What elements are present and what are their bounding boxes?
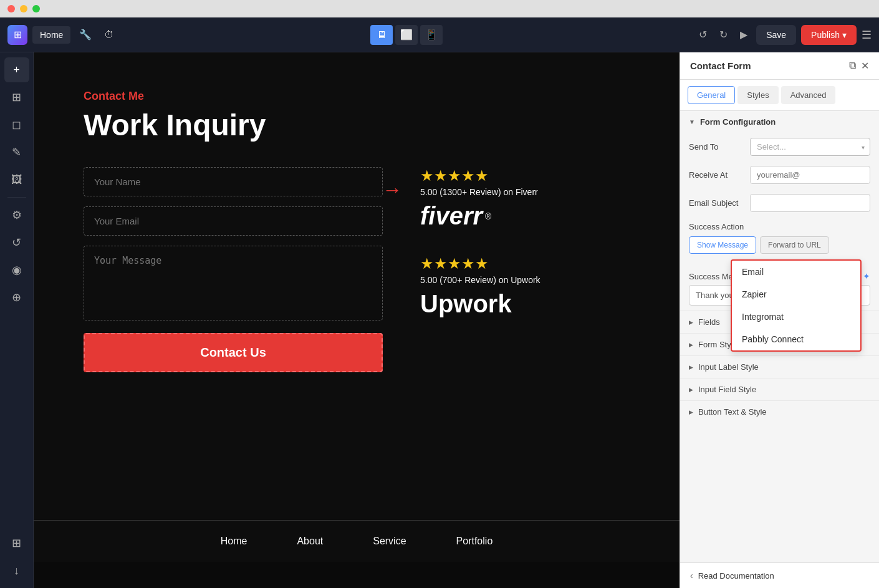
tablet-view-btn[interactable]: ⬜ [395, 25, 418, 45]
users-icon: ◉ [12, 263, 22, 277]
publish-chevron: ▾ [842, 30, 847, 40]
close-btn[interactable] [7, 5, 15, 12]
input-label-style-label: Input Label Style [698, 362, 759, 372]
action-buttons: Show Message Forward to URL [689, 236, 870, 254]
form-config-section[interactable]: ▼ Form Configuration [680, 111, 879, 133]
sidebar-item-image[interactable]: 🖼 [4, 167, 29, 192]
contact-form: Contact Us [84, 167, 383, 372]
footer-link-portfolio[interactable]: Portfolio [456, 536, 493, 547]
input-field-style-section[interactable]: ▶ Input Field Style [680, 378, 879, 400]
sidebar-item-edit[interactable]: ✎ [4, 140, 29, 165]
panel-body: ▼ Form Configuration Send To Select... ▾… [680, 111, 879, 562]
redo-btn[interactable]: ↻ [716, 25, 731, 44]
grid-icon: ⊞ [12, 536, 21, 550]
dropdown-option-zapier[interactable]: Zapier [732, 283, 860, 306]
send-to-label: Send To [689, 142, 745, 152]
mobile-view-btn[interactable]: 📱 [420, 25, 443, 45]
page-section: → Contact Me Work Inquiry Contact Us ★★ [34, 52, 680, 520]
app-logo: ⊞ [7, 25, 27, 45]
read-documentation-link[interactable]: Read Documentation [698, 571, 774, 581]
sidebar-item-add[interactable]: + [4, 57, 29, 82]
contact-us-button[interactable]: Contact Us [84, 333, 383, 372]
tab-styles[interactable]: Styles [737, 86, 778, 104]
tab-advanced[interactable]: Advanced [781, 86, 836, 104]
main-toolbar: ⊞ Home 🔧 ⏱ 🖥 ⬜ 📱 ↺ ↻ ▶ Save Publish ▾ ☰ [0, 17, 879, 52]
footer-link-about[interactable]: About [297, 536, 323, 547]
panel-footer[interactable]: ‹ Read Documentation [680, 562, 879, 588]
footer-link-service[interactable]: Service [373, 536, 406, 547]
reviews-column: ★★★★★ 5.00 (1300+ Review) on Fiverr five… [420, 167, 540, 372]
email-subject-input[interactable] [750, 194, 870, 212]
fields-label: Fields [698, 317, 720, 327]
send-to-select[interactable]: Select... ▾ [750, 138, 870, 156]
sidebar-item-more[interactable]: ⊕ [4, 285, 29, 310]
dropdown-option-pabbly[interactable]: Pabbly Connect [732, 328, 860, 350]
logo-grid-icon: ⊞ [14, 29, 22, 41]
publish-button[interactable]: Publish ▾ [801, 25, 857, 45]
sidebar-item-widgets[interactable]: ⊞ [4, 85, 29, 110]
form-config-label: Form Configuration [700, 117, 776, 127]
footer-nav: Home About Service Portfolio [34, 520, 680, 562]
main-layout: + ⊞ ◻ ✎ 🖼 ⚙ ↺ ◉ ⊕ ⊞ ↓ [0, 52, 879, 588]
button-text-style-label: Button Text & Style [698, 407, 767, 417]
edit-icon: ✎ [12, 145, 21, 159]
message-input[interactable] [84, 246, 383, 321]
publish-label: Publish [811, 30, 840, 40]
tab-general[interactable]: General [688, 86, 735, 104]
save-button[interactable]: Save [756, 25, 796, 45]
left-sidebar: + ⊞ ◻ ✎ 🖼 ⚙ ↺ ◉ ⊕ ⊞ ↓ [0, 52, 34, 588]
email-subject-row: Email Subject [680, 189, 879, 217]
send-to-row: Send To Select... ▾ Email Zapier Integro… [680, 133, 879, 161]
tab-home[interactable]: Home [32, 26, 70, 44]
sidebar-item-grid[interactable]: ⊞ [4, 531, 29, 556]
upwork-logo: Upwork [420, 290, 540, 318]
canvas-content: → Contact Me Work Inquiry Contact Us ★★ [34, 52, 680, 588]
show-message-btn[interactable]: Show Message [689, 236, 756, 254]
button-text-style-section[interactable]: ▶ Button Text & Style [680, 400, 879, 423]
panel-close-icon[interactable]: ✕ [861, 60, 869, 72]
more-icon: ⊕ [12, 291, 21, 304]
maximize-btn[interactable] [32, 5, 40, 12]
page-icon: ◻ [12, 118, 21, 132]
sidebar-item-settings[interactable]: ⚙ [4, 203, 29, 228]
template-icon: ↺ [12, 236, 21, 249]
sidebar-item-template[interactable]: ↺ [4, 230, 29, 255]
dropdown-option-email[interactable]: Email [732, 261, 860, 283]
sidebar-item-page[interactable]: ◻ [4, 112, 29, 137]
fiverr-logo: fiverr [420, 202, 483, 230]
sidebar-item-users[interactable]: ◉ [4, 258, 29, 282]
forward-url-btn[interactable]: Forward to URL [760, 236, 829, 254]
button-text-style-arrow-icon: ▶ [689, 409, 693, 415]
undo-btn[interactable]: ↺ [695, 25, 711, 44]
panel-header: Contact Form ⧉ ✕ [680, 52, 879, 80]
success-action-label: Success Action [689, 222, 870, 231]
fiverr-review-text: 5.00 (1300+ Review) on Fiverr [420, 187, 540, 197]
receive-at-input[interactable] [750, 166, 870, 184]
footer-link-home[interactable]: Home [221, 536, 247, 547]
minimize-btn[interactable] [20, 5, 27, 12]
desktop-view-btn[interactable]: 🖥 [370, 25, 393, 45]
download-icon: ↓ [14, 564, 19, 577]
settings-icon: ⚙ [12, 208, 22, 222]
section-collapse-icon: ▼ [689, 118, 695, 125]
hamburger-menu-icon[interactable]: ☰ [862, 28, 872, 42]
dropdown-option-integromat[interactable]: Integromat [732, 306, 860, 328]
wrench-icon[interactable]: 🔧 [75, 25, 95, 44]
history-icon[interactable]: ⏱ [100, 26, 118, 44]
play-btn[interactable]: ▶ [736, 25, 751, 44]
upwork-review-text: 5.00 (700+ Review) on Upwork [420, 275, 540, 285]
sidebar-item-download[interactable]: ↓ [4, 558, 29, 583]
name-input[interactable] [84, 167, 383, 196]
footer-back-icon: ‹ [690, 571, 693, 581]
upwork-stars: ★★★★★ [420, 255, 540, 272]
panel-copy-icon[interactable]: ⧉ [849, 60, 856, 72]
panel-tabs: General Styles Advanced [680, 80, 879, 111]
contact-label: Contact Me [84, 90, 630, 103]
email-input[interactable] [84, 206, 383, 236]
send-to-placeholder: Select... [757, 142, 786, 152]
input-field-style-arrow-icon: ▶ [689, 387, 693, 393]
arrow-indicator: → [382, 178, 402, 201]
success-message-edit-icon[interactable]: ✦ [863, 271, 870, 281]
input-label-style-section[interactable]: ▶ Input Label Style [680, 355, 879, 378]
select-chevron-icon: ▾ [862, 143, 865, 150]
